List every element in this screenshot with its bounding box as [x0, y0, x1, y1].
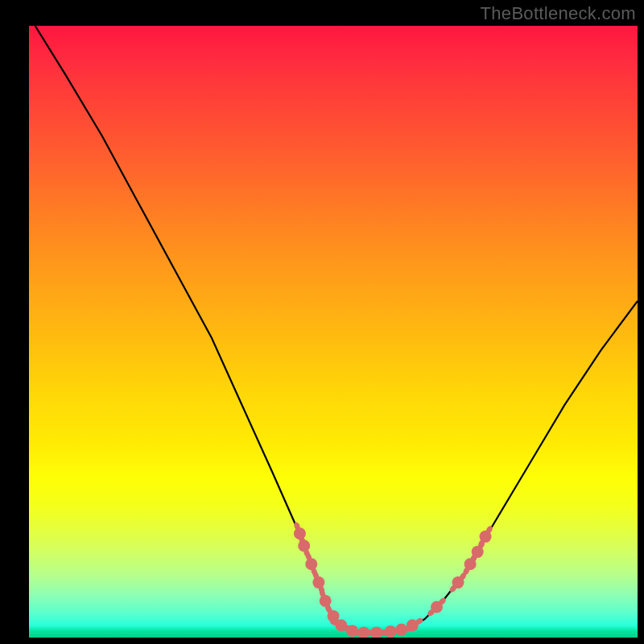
svg-point-12 — [320, 595, 332, 607]
chart-svg — [29, 26, 638, 638]
svg-point-6 — [305, 558, 317, 570]
watermark-text: TheBottleneck.com — [481, 3, 636, 24]
svg-point-3 — [298, 540, 310, 552]
plot-area — [29, 26, 638, 638]
curve-marker — [477, 525, 494, 548]
curve-marker — [427, 597, 448, 617]
curve-line — [35, 26, 638, 634]
marker-group — [293, 522, 493, 638]
svg-point-9 — [312, 576, 324, 588]
chart-container: TheBottleneck.com — [0, 0, 644, 644]
